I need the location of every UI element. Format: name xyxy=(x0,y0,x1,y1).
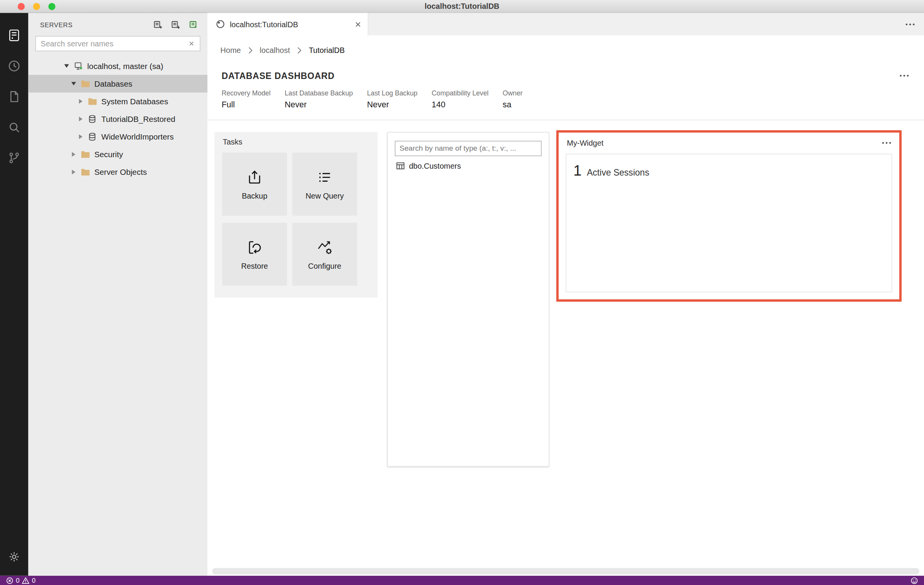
sidebar-title: SERVERS xyxy=(40,21,153,28)
maximize-window-button[interactable] xyxy=(48,3,55,10)
backup-button[interactable]: Backup xyxy=(222,153,287,216)
source-control-icon[interactable] xyxy=(0,143,28,173)
property: Owner sa xyxy=(503,90,523,109)
folder-icon xyxy=(80,79,90,89)
property-label: Owner xyxy=(503,90,523,97)
property-label: Last Log Backup xyxy=(367,90,417,97)
server-tree: localhost, master (sa) Databases System … xyxy=(28,57,208,576)
database-properties: Recovery Model Full Last Database Backup… xyxy=(208,86,924,120)
minimize-window-button[interactable] xyxy=(33,3,40,10)
property: Recovery Model Full xyxy=(222,90,271,109)
chevron-right-icon[interactable] xyxy=(76,97,86,106)
problems-indicator[interactable]: 0 0 xyxy=(6,577,35,584)
breadcrumb-localhost[interactable]: localhost xyxy=(259,46,290,54)
tree-item-server-objects[interactable]: Server Objects xyxy=(28,163,208,181)
folder-icon xyxy=(80,168,90,177)
property-label: Compatibility Level xyxy=(432,90,488,97)
chevron-right-icon[interactable] xyxy=(68,168,79,177)
object-list-item[interactable]: dbo.Customers xyxy=(396,161,549,170)
titlebar: localhost:TutorialDB xyxy=(0,0,924,13)
property-label: Recovery Model xyxy=(222,90,271,97)
active-connections-icon[interactable] xyxy=(189,20,198,30)
folder-icon xyxy=(87,97,97,106)
property: Last Database Backup Never xyxy=(285,90,353,109)
chevron-right-icon[interactable] xyxy=(68,150,79,159)
tree-item-security[interactable]: Security xyxy=(28,146,208,163)
database-icon xyxy=(87,114,97,124)
breadcrumb-home[interactable]: Home xyxy=(221,46,241,54)
chevron-right-icon xyxy=(248,46,252,54)
restore-icon xyxy=(246,239,263,256)
configure-button[interactable]: Configure xyxy=(292,223,357,286)
dashboard-canvas: Tasks Backup xyxy=(208,120,924,576)
dashboard-icon xyxy=(216,20,226,29)
chevron-down-icon[interactable] xyxy=(61,61,72,71)
chevron-right-icon xyxy=(297,46,302,54)
chevron-right-icon[interactable] xyxy=(76,132,86,142)
search-input[interactable] xyxy=(41,39,188,48)
tab-label: localhost:TutorialDB xyxy=(230,20,298,28)
tree-item-label: localhost, master (sa) xyxy=(87,62,163,71)
task-label: New Query xyxy=(305,191,344,200)
explorer-icon[interactable] xyxy=(0,81,28,112)
chevron-down-icon[interactable] xyxy=(68,79,79,89)
close-tab-icon[interactable] xyxy=(354,20,362,28)
error-count: 0 xyxy=(16,577,19,584)
status-bar: 0 0 xyxy=(0,576,924,585)
task-history-icon[interactable] xyxy=(0,51,28,81)
horizontal-scrollbar[interactable] xyxy=(212,568,919,575)
dashboard-title: DATABASE DASHBOARD xyxy=(222,71,900,81)
table-icon xyxy=(396,161,405,170)
dashboard-more-actions-icon[interactable] xyxy=(900,74,909,76)
folder-icon xyxy=(80,150,90,159)
tree-item-label: System Databases xyxy=(101,97,168,106)
feedback-smiley-icon[interactable] xyxy=(911,577,918,584)
property-label: Last Database Backup xyxy=(285,90,353,97)
property-value: Never xyxy=(285,100,353,109)
tree-item-label: Server Objects xyxy=(94,168,147,176)
tree-item-label: TutorialDB_Restored xyxy=(101,115,175,124)
my-widget-more-actions-icon[interactable] xyxy=(882,142,891,144)
tasks-widget: Tasks Backup xyxy=(214,132,378,297)
database-icon xyxy=(87,132,97,142)
my-widget-title: My-Widget xyxy=(567,138,882,147)
new-server-group-icon[interactable] xyxy=(171,20,181,30)
server-search-box xyxy=(35,36,200,51)
tree-item-tutorialdb-restored[interactable]: TutorialDB_Restored xyxy=(28,110,208,128)
tree-item-wideworldimporters[interactable]: WideWorldImporters xyxy=(28,128,208,146)
new-connection-icon[interactable] xyxy=(153,20,163,30)
tree-item-system-databases[interactable]: System Databases xyxy=(28,92,208,110)
tree-item-label: Security xyxy=(94,150,123,159)
object-search-input[interactable] xyxy=(395,141,542,156)
property-value: 140 xyxy=(432,100,488,109)
new-query-button[interactable]: New Query xyxy=(292,153,357,216)
settings-gear-icon[interactable] xyxy=(0,545,28,576)
property: Compatibility Level 140 xyxy=(432,90,488,109)
tree-item-label: WideWorldImporters xyxy=(101,132,174,141)
server-icon xyxy=(73,61,83,71)
breadcrumb-tutorialdb[interactable]: TutorialDB xyxy=(309,46,345,54)
restore-button[interactable]: Restore xyxy=(222,223,287,286)
tree-item-localhost[interactable]: localhost, master (sa) xyxy=(28,57,208,75)
my-widget-body: 1 Active Sessions xyxy=(566,154,892,292)
traffic-lights xyxy=(18,3,55,10)
property-value: sa xyxy=(503,100,523,109)
task-label: Restore xyxy=(241,262,268,270)
clear-search-icon[interactable] xyxy=(188,40,195,47)
task-label: Configure xyxy=(308,262,342,270)
new-query-icon xyxy=(316,168,333,186)
search-icon[interactable] xyxy=(0,112,28,143)
close-window-button[interactable] xyxy=(18,3,25,10)
tab-localhost-tutorialdb[interactable]: localhost:TutorialDB xyxy=(208,13,368,35)
warning-icon xyxy=(22,577,30,584)
property-value: Full xyxy=(222,100,271,109)
chevron-right-icon[interactable] xyxy=(76,114,86,124)
configure-icon xyxy=(316,239,333,256)
tabstrip-more-actions-icon[interactable] xyxy=(906,13,924,35)
servers-sidebar: SERVERS xyxy=(28,13,208,576)
active-sessions-label: Active Sessions xyxy=(587,168,650,178)
my-widget: My-Widget 1 Active Sessions xyxy=(556,130,902,302)
tree-item-databases[interactable]: Databases xyxy=(28,75,208,92)
connections-icon[interactable] xyxy=(0,20,28,51)
backup-icon xyxy=(246,168,263,186)
